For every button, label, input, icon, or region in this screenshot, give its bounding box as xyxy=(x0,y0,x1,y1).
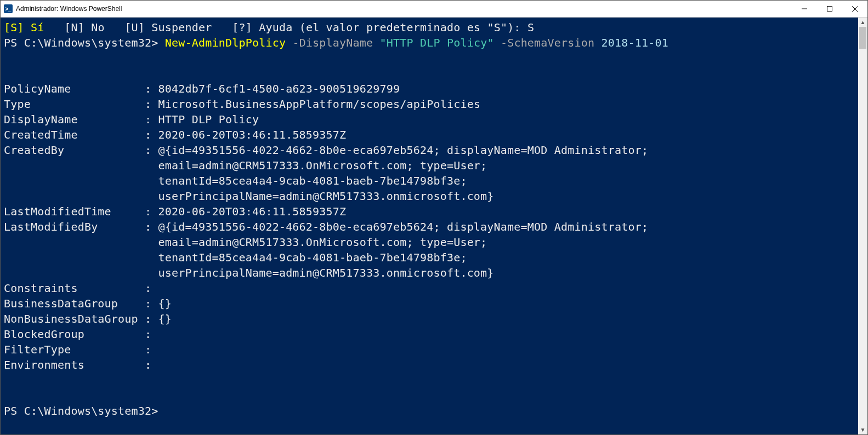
titlebar-left: >_ Administrador: Windows PowerShell xyxy=(1,4,122,13)
powershell-window: >_ Administrador: Windows PowerShell [S]… xyxy=(0,0,868,435)
value-lastmodifiedtime: 2020-06-20T03:46:11.5859357Z xyxy=(158,205,347,218)
label-filtertype: FilterType xyxy=(4,343,71,356)
value-createdby-l2: email=admin@CRM517333.OnMicrosoft.com; t… xyxy=(158,159,487,172)
value-policyname: 8042db7f-6cf1-4500-a623-900519629799 xyxy=(158,82,400,95)
value-businessdatagroup: {} xyxy=(158,297,172,310)
confirm-answer: S xyxy=(527,21,534,34)
maximize-button[interactable] xyxy=(817,1,842,17)
value-createdtime: 2020-06-20T03:46:11.5859357Z xyxy=(158,128,347,141)
label-createdtime: CreatedTime xyxy=(4,128,78,141)
vertical-scrollbar[interactable]: ▲ ▼ xyxy=(858,18,867,434)
label-businessdatagroup: BusinessDataGroup xyxy=(4,297,118,310)
arg-displayname: "HTTP DLP Policy" xyxy=(380,36,494,49)
console[interactable]: [S] Sí [N] No [U] Suspender [?] Ayuda (e… xyxy=(1,18,858,434)
console-area: [S] Sí [N] No [U] Suspender [?] Ayuda (e… xyxy=(1,18,867,434)
value-nonbusinessdatagroup: {} xyxy=(158,312,172,325)
value-createdby-l1: @{id=49351556-4022-4662-8b0e-eca697eb562… xyxy=(158,144,649,157)
powershell-icon: >_ xyxy=(4,4,13,13)
label-constraints: Constraints xyxy=(4,282,78,295)
label-environments: Environments xyxy=(4,358,84,371)
confirm-help: [?] Ayuda (el valor predeterminado es "S… xyxy=(232,21,520,34)
value-lastmodby-l3: tenantId=85cea4a4-9cab-4081-baeb-7be1479… xyxy=(158,251,467,264)
svg-rect-1 xyxy=(827,7,832,12)
close-button[interactable] xyxy=(842,1,867,17)
confirm-n: [N] No xyxy=(64,21,104,34)
scroll-up-arrow-icon[interactable]: ▲ xyxy=(858,18,867,27)
prompt-path: PS C:\Windows\system32> xyxy=(4,36,158,49)
scrollbar-thumb[interactable] xyxy=(859,27,866,49)
value-createdby-l4: userPrincipalName=admin@CRM517333.onmicr… xyxy=(158,190,494,203)
final-prompt: PS C:\Windows\system32> xyxy=(4,404,158,417)
value-createdby-l3: tenantId=85cea4a4-9cab-4081-baeb-7be1479… xyxy=(158,174,467,187)
param-schemaversion: -SchemaVersion xyxy=(501,36,594,49)
scrollbar-track[interactable] xyxy=(858,27,867,425)
value-lastmodby-l1: @{id=49351556-4022-4662-8b0e-eca697eb562… xyxy=(158,220,649,233)
value-type: Microsoft.BusinessAppPlatform/scopes/api… xyxy=(158,98,481,111)
confirm-s: [S] Sí xyxy=(4,21,44,34)
param-displayname: -DisplayName xyxy=(292,36,373,49)
value-lastmodby-l4: userPrincipalName=admin@CRM517333.onmicr… xyxy=(158,266,494,279)
label-blockedgroup: BlockedGroup xyxy=(4,328,84,341)
confirm-u: [U] Suspender xyxy=(124,21,212,34)
cmdlet-name: New-AdminDlpPolicy xyxy=(165,36,286,49)
label-lastmodifiedby: LastModifiedBy xyxy=(4,220,98,233)
window-controls xyxy=(792,1,867,17)
titlebar[interactable]: >_ Administrador: Windows PowerShell xyxy=(1,1,867,18)
label-lastmodifiedtime: LastModifiedTime xyxy=(4,205,111,218)
label-createdby: CreatedBy xyxy=(4,144,64,157)
label-displayname: DisplayName xyxy=(4,113,78,126)
scroll-down-arrow-icon[interactable]: ▼ xyxy=(858,425,867,434)
window-title: Administrador: Windows PowerShell xyxy=(16,5,122,13)
label-nonbusinessdatagroup: NonBusinessDataGroup xyxy=(4,312,138,325)
label-policyname: PolicyName xyxy=(4,82,71,95)
value-displayname: HTTP DLP Policy xyxy=(158,113,259,126)
minimize-button[interactable] xyxy=(792,1,817,17)
label-type: Type xyxy=(4,98,31,111)
arg-schemaversion: 2018-11-01 xyxy=(602,36,668,49)
value-lastmodby-l2: email=admin@CRM517333.OnMicrosoft.com; t… xyxy=(158,236,487,249)
